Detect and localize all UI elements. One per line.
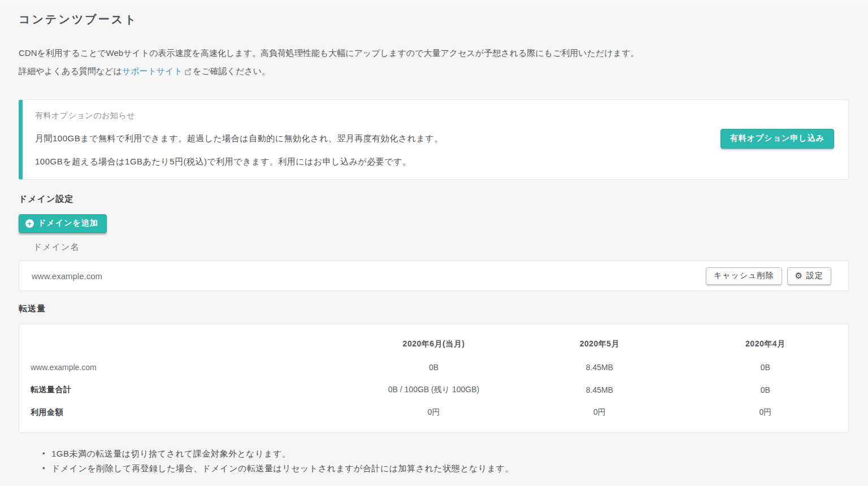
domain-settings-heading: ドメイン設定 xyxy=(19,194,849,205)
description-line-1: CDNを利用することでWebサイトの表示速度を高速化します。高負荷処理性能も大幅… xyxy=(19,44,849,62)
table-cell: 0B xyxy=(683,379,848,401)
transfer-volume-heading: 転送量 xyxy=(19,303,849,314)
table-row-total: 転送量合計 0B / 100GB (残り 100GB) 8.45MB 0B xyxy=(19,379,848,401)
transfer-table-card: 2020年6月(当月) 2020年5月 2020年4月 www.example.… xyxy=(19,324,849,433)
table-header-empty xyxy=(19,332,351,356)
external-link-icon xyxy=(184,63,192,81)
notice-line-1: 月間100GBまで無料で利用できます。超過した場合は自動的に無効化され、翌月再度… xyxy=(35,133,704,144)
table-row-label: www.example.com xyxy=(19,356,351,379)
table-cell: 0円 xyxy=(683,401,848,424)
notice-title: 有料オプションのお知らせ xyxy=(35,111,704,121)
notice-text: 有料オプションのお知らせ 月間100GBまで無料で利用できます。超過した場合は自… xyxy=(35,111,704,167)
table-cell: 0円 xyxy=(351,401,517,424)
support-site-link[interactable]: サポートサイト xyxy=(122,66,183,76)
gear-icon: ⚙ xyxy=(795,271,803,280)
paid-option-notice-card: 有料オプションのお知らせ 月間100GBまで無料で利用できます。超過した場合は自… xyxy=(19,99,849,180)
add-domain-button[interactable]: + ドメインを追加 xyxy=(19,214,107,233)
page-title: コンテンツブースト xyxy=(19,12,849,27)
content-boost-page: コンテンツブースト CDNを利用することでWebサイトの表示速度を高速化します。… xyxy=(0,12,868,476)
transfer-notes: 1GB未満の転送量は切り捨てされて課金対象外となります。 ドメインを削除して再登… xyxy=(41,446,849,476)
table-row-label: 転送量合計 xyxy=(19,379,351,401)
table-cell: 0B xyxy=(683,356,848,379)
transfer-table: 2020年6月(当月) 2020年5月 2020年4月 www.example.… xyxy=(19,332,848,424)
table-cell: 8.45MB xyxy=(517,379,682,401)
page-top-edge xyxy=(0,0,868,5)
domain-row: www.example.com キャッシュ削除 ⚙ 設定 xyxy=(19,261,849,291)
table-row-label: 利用金額 xyxy=(19,401,351,424)
table-row-domain: www.example.com 0B 8.45MB 0B xyxy=(19,356,848,379)
domain-settings-button-label: 設定 xyxy=(806,271,823,281)
page-description: CDNを利用することでWebサイトの表示速度を高速化します。高負荷処理性能も大幅… xyxy=(19,44,849,81)
domain-list-header: ドメイン名 xyxy=(33,242,849,253)
note-item: ドメインを削除して再登録した場合、ドメインの転送量はリセットされますが合計には加… xyxy=(41,461,849,476)
description-line-2-prefix: 詳細やよくある質問などは xyxy=(19,66,122,76)
table-row-fee: 利用金額 0円 0円 0円 xyxy=(19,401,848,424)
table-header-month-prev1: 2020年5月 xyxy=(517,332,682,356)
plus-circle-icon: + xyxy=(25,219,34,228)
table-cell: 8.45MB xyxy=(517,356,682,379)
description-line-2: 詳細やよくある質問などはサポートサイトをご確認ください。 xyxy=(19,62,849,81)
table-header-month-current: 2020年6月(当月) xyxy=(351,332,517,356)
table-cell: 0円 xyxy=(517,401,682,424)
description-line-2-suffix: をご確認ください。 xyxy=(193,66,270,76)
add-domain-button-label: ドメインを追加 xyxy=(38,218,98,228)
notice-line-2: 100GBを超える場合は1GBあたり5円(税込)で利用できます。利用にはお申し込… xyxy=(35,157,704,167)
clear-cache-button[interactable]: キャッシュ削除 xyxy=(706,267,782,285)
domain-name: www.example.com xyxy=(32,271,706,281)
note-item: 1GB未満の転送量は切り捨てされて課金対象外となります。 xyxy=(41,446,849,461)
table-cell: 0B / 100GB (残り 100GB) xyxy=(351,379,517,401)
table-header-month-prev2: 2020年4月 xyxy=(683,332,848,356)
table-cell: 0B xyxy=(351,356,517,379)
paid-option-apply-button[interactable]: 有料オプション申し込み xyxy=(721,129,834,149)
domain-settings-button[interactable]: ⚙ 設定 xyxy=(787,267,831,285)
table-header-row: 2020年6月(当月) 2020年5月 2020年4月 xyxy=(19,332,848,356)
